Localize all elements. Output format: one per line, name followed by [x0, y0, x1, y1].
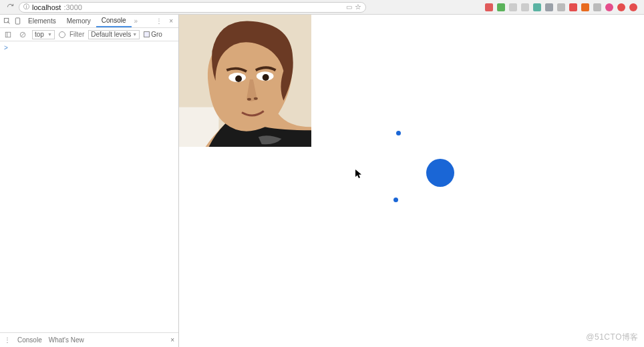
devtools-tabbar: Elements Memory Console » ⋮ ×: [0, 15, 178, 28]
svg-point-10: [235, 75, 242, 82]
filter-input[interactable]: Filter: [69, 31, 84, 38]
drawer-tab-whatsnew[interactable]: What's New: [49, 336, 84, 344]
console-sidebar-toggle-icon[interactable]: [3, 29, 13, 40]
ext-icon[interactable]: [557, 3, 565, 11]
log-levels-label: Default levels: [91, 31, 131, 38]
ext-icon[interactable]: [509, 3, 517, 11]
tracking-circle: [426, 159, 454, 187]
reload-button[interactable]: [4, 3, 16, 12]
clear-console-icon[interactable]: [17, 29, 28, 40]
url-port: :3000: [63, 3, 82, 11]
browser-toolbar: ⓘ localhost:3000 ▭ ☆: [0, 0, 644, 15]
devtools-drawer-tabs: ⋮ Console What's New ×: [0, 332, 178, 347]
address-bar[interactable]: ⓘ localhost:3000 ▭ ☆: [19, 2, 366, 13]
more-tabs-icon[interactable]: »: [132, 17, 141, 25]
ext-icon[interactable]: [617, 3, 625, 11]
drawer-tab-console[interactable]: Console: [17, 336, 42, 344]
webcam-feed: [179, 15, 311, 147]
inspect-element-icon[interactable]: [1, 16, 12, 27]
ext-icon[interactable]: [629, 3, 637, 11]
ext-icon[interactable]: [569, 3, 577, 11]
drawer-menu-icon[interactable]: ⋮: [4, 336, 11, 344]
devtools-menu-icon[interactable]: ⋮: [153, 17, 165, 25]
log-levels-selector[interactable]: Default levels▼: [88, 30, 140, 39]
extension-icons: [485, 3, 640, 11]
ext-icon[interactable]: [485, 3, 493, 11]
ext-icon[interactable]: [497, 3, 505, 11]
svg-rect-1: [15, 18, 19, 24]
site-info-icon[interactable]: ⓘ: [23, 3, 29, 11]
tab-console[interactable]: Console: [96, 15, 132, 27]
bookmark-star-icon[interactable]: ☆: [355, 3, 361, 11]
watermark: @51CTO博客: [586, 332, 639, 343]
tracking-dot: [393, 198, 398, 202]
console-prompt-icon: >: [4, 44, 8, 51]
ext-icon[interactable]: [581, 3, 589, 11]
ext-icon[interactable]: [593, 3, 601, 11]
devtools-close-icon[interactable]: ×: [165, 17, 177, 25]
context-value: top: [35, 31, 44, 38]
ext-icon[interactable]: [545, 3, 553, 11]
console-body[interactable]: >: [0, 41, 178, 332]
group-checkbox[interactable]: Gro: [144, 31, 162, 38]
ext-icon[interactable]: [605, 3, 613, 11]
drawer-close-icon[interactable]: ×: [170, 336, 174, 344]
ext-icon[interactable]: [521, 3, 529, 11]
svg-point-11: [263, 74, 269, 81]
live-expression-icon[interactable]: [59, 31, 65, 38]
mouse-cursor-icon: [355, 169, 362, 179]
page-viewport: [179, 15, 644, 347]
context-selector[interactable]: top▼: [32, 30, 55, 39]
tab-elements[interactable]: Elements: [23, 15, 61, 27]
tracking-dot: [396, 131, 401, 135]
svg-point-12: [247, 98, 251, 101]
group-label: Gro: [151, 31, 162, 38]
devtools-panel: Elements Memory Console » ⋮ × top▼ Filte…: [0, 15, 179, 347]
ext-icon[interactable]: [533, 3, 541, 11]
svg-line-5: [21, 33, 25, 36]
svg-rect-2: [5, 32, 11, 37]
reader-mode-icon[interactable]: ▭: [346, 3, 352, 11]
device-toolbar-icon[interactable]: [12, 16, 23, 27]
console-filterbar: top▼ Filter Default levels▼ Gro: [0, 28, 178, 41]
tab-memory[interactable]: Memory: [61, 15, 96, 27]
url-host: localhost: [32, 3, 61, 11]
svg-point-13: [254, 97, 258, 100]
